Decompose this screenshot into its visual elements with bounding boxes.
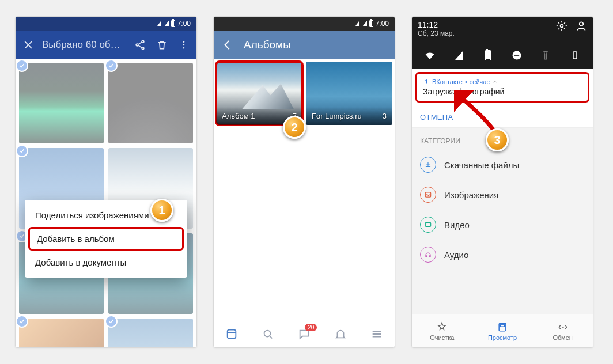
cell-icon — [361, 21, 367, 26]
user-icon[interactable] — [576, 20, 587, 33]
delete-icon[interactable] — [154, 37, 170, 53]
audio-icon — [420, 247, 436, 263]
nav-notifications[interactable] — [322, 320, 358, 347]
dnd-icon[interactable] — [510, 48, 524, 62]
upload-notification[interactable]: ВКонтакте • сейчас Загрузка фотографий — [415, 72, 589, 103]
close-button[interactable] — [20, 37, 36, 53]
image-icon — [420, 187, 436, 203]
svg-rect-13 — [425, 192, 430, 197]
blank-area — [214, 125, 395, 320]
category-downloads[interactable]: Скачанные файлы — [412, 150, 593, 180]
battery-icon — [171, 20, 175, 27]
selection-title: Выбрано 60 об… — [42, 39, 126, 51]
nav-share[interactable]: Обмен — [532, 314, 593, 347]
nav-feed[interactable] — [214, 320, 250, 347]
signal-icon — [156, 21, 161, 26]
svg-point-4 — [183, 44, 185, 46]
category-label: Изображения — [444, 190, 498, 200]
category-label: Аудио — [444, 250, 468, 260]
status-bar: 7:00 — [16, 17, 196, 31]
popup-add-to-album[interactable]: Добавить в альбом — [28, 227, 184, 251]
nav-menu[interactable] — [358, 320, 395, 347]
files-bottom-nav: Очистка Просмотр Обмен — [412, 314, 593, 347]
nav-clean[interactable]: Очистка — [412, 314, 472, 347]
status-time: 7:00 — [376, 20, 389, 28]
cell-icon — [163, 21, 169, 26]
nav-label: Очистка — [430, 334, 454, 341]
files-content: КАТЕГОРИИ Скачанные файлы Изображения Ви… — [412, 128, 593, 314]
svg-point-0 — [142, 40, 144, 43]
category-video[interactable]: Видео — [412, 210, 593, 240]
video-icon — [420, 217, 436, 233]
battery-icon[interactable] — [481, 48, 495, 62]
callout-1: 1 — [150, 199, 173, 222]
nav-search[interactable] — [250, 320, 286, 347]
cancel-button[interactable]: ОТМЕНА — [412, 103, 593, 128]
svg-rect-16 — [501, 324, 505, 326]
album-count: 3 — [383, 112, 387, 120]
svg-point-9 — [580, 22, 584, 26]
status-time: 11:12 — [418, 20, 455, 29]
popup-add-to-docs[interactable]: Добавить в документы — [25, 251, 187, 274]
notification-shade-header: 11:12 Сб, 23 мар. — [412, 17, 593, 46]
svg-rect-6 — [228, 329, 236, 338]
share-icon[interactable] — [132, 37, 148, 53]
quick-settings — [412, 46, 593, 69]
albums-toolbar: Альбомы — [214, 31, 395, 59]
signal-icon — [354, 21, 359, 26]
rotation-icon[interactable] — [568, 48, 582, 62]
nav-label: Обмен — [553, 334, 572, 341]
download-icon — [420, 157, 436, 173]
svg-point-2 — [142, 47, 144, 50]
category-label: Скачанные файлы — [444, 160, 519, 170]
album-item[interactable]: Альбом 1 7 — [216, 62, 302, 125]
phone-1-gallery-share: 7:00 Выбрано 60 об… — [15, 16, 197, 348]
svg-point-3 — [183, 41, 185, 43]
svg-point-5 — [183, 47, 185, 49]
back-button[interactable] — [220, 37, 236, 53]
settings-icon[interactable] — [556, 20, 567, 33]
albums-title: Альбомы — [244, 39, 291, 51]
album-name: For Lumpics.ru — [312, 112, 362, 120]
notif-time: сейчас — [470, 78, 490, 85]
notif-title: Загрузка фотографий — [423, 87, 504, 96]
cell-icon[interactable] — [452, 48, 466, 62]
nav-browse[interactable]: Просмотр — [472, 314, 533, 347]
flashlight-icon[interactable] — [539, 48, 553, 62]
category-images[interactable]: Изображения — [412, 180, 593, 210]
status-date: Сб, 23 мар. — [418, 29, 455, 37]
album-item[interactable]: For Lumpics.ru 3 — [306, 62, 392, 125]
nav-messages[interactable]: 20 — [286, 320, 323, 347]
category-audio[interactable]: Аудио — [412, 240, 593, 270]
overflow-icon[interactable] — [176, 37, 192, 53]
status-bar: 7:00 — [214, 17, 395, 31]
battery-icon — [369, 20, 373, 27]
svg-rect-12 — [573, 52, 577, 59]
notif-app: ВКонтакте — [432, 78, 463, 85]
nav-badge: 20 — [305, 324, 317, 331]
phone-3-notification: 11:12 Сб, 23 мар. ВКонтакте • сейчас — [411, 16, 593, 348]
album-name: Альбом 1 — [222, 112, 255, 120]
status-time: 7:00 — [177, 20, 191, 28]
bottom-nav: 20 — [214, 320, 395, 347]
callout-3: 3 — [486, 128, 509, 151]
category-label: Видео — [444, 220, 470, 230]
svg-point-1 — [136, 44, 138, 46]
phone-2-albums: 7:00 Альбомы Альбом 1 7 For Lumpics.ru 3 — [213, 16, 395, 348]
nav-label: Просмотр — [488, 334, 517, 341]
wifi-icon[interactable] — [423, 48, 437, 62]
svg-point-7 — [264, 330, 271, 336]
selection-toolbar: Выбрано 60 об… — [16, 31, 196, 59]
callout-2: 2 — [283, 116, 306, 139]
svg-rect-11 — [514, 55, 519, 56]
svg-point-8 — [561, 25, 563, 28]
albums-grid: Альбом 1 7 For Lumpics.ru 3 — [214, 59, 395, 125]
